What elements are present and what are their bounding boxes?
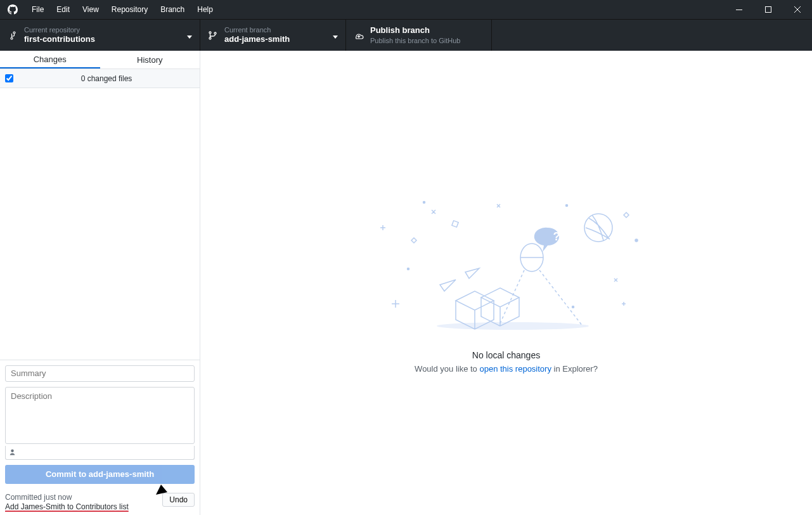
- current-repository-dropdown[interactable]: Current repository first-contributions: [0, 20, 200, 51]
- toolbar: Current repository first-contributions C…: [0, 19, 812, 51]
- minimize-button[interactable]: [725, 0, 754, 19]
- branch-icon: [208, 30, 218, 41]
- github-logo-icon: [8, 4, 18, 15]
- commit-message: Add James-Smith to Contributors list: [5, 502, 129, 512]
- tab-changes[interactable]: Changes: [0, 51, 100, 68]
- svg-rect-1: [766, 7, 771, 13]
- title-bar: File Edit View Repository Branch Help: [0, 0, 812, 19]
- last-commit-status: Committed just now Add James-Smith to Co…: [0, 489, 200, 515]
- menu-help[interactable]: Help: [191, 0, 219, 19]
- menu-edit[interactable]: Edit: [50, 0, 76, 19]
- menu-file[interactable]: File: [25, 0, 50, 19]
- commit-form: Commit to add-james-smith: [0, 360, 200, 489]
- chevron-down-icon: [187, 30, 192, 41]
- commit-summary-input[interactable]: [5, 365, 195, 382]
- svg-point-4: [437, 322, 589, 330]
- svg-text:?: ?: [553, 230, 560, 243]
- open-repository-link[interactable]: open this repository: [479, 364, 551, 374]
- current-branch-dropdown[interactable]: Current branch add-james-smith: [200, 20, 346, 51]
- svg-point-12: [572, 306, 574, 308]
- svg-point-11: [635, 239, 638, 242]
- changed-files-count: 0 changed files: [18, 74, 195, 83]
- empty-state-title: No local changes: [472, 350, 540, 360]
- publish-sub: Publish this branch to GitHub: [370, 36, 460, 45]
- svg-point-10: [565, 204, 567, 206]
- repo-value: first-contributions: [24, 34, 95, 45]
- window-controls: [725, 0, 812, 19]
- svg-point-7: [423, 201, 425, 203]
- svg-point-6: [584, 214, 612, 242]
- sidebar: Changes History 0 changed files Commit t…: [0, 51, 200, 515]
- commit-button[interactable]: Commit to add-james-smith: [5, 465, 195, 484]
- maximize-button[interactable]: [754, 0, 783, 19]
- menu-branch[interactable]: Branch: [154, 0, 191, 19]
- undo-button[interactable]: Undo: [162, 493, 195, 507]
- select-all-checkbox[interactable]: [5, 74, 13, 82]
- main-panel: ?: [200, 51, 812, 515]
- tab-history[interactable]: History: [100, 51, 200, 68]
- repo-icon: [8, 30, 18, 41]
- close-button[interactable]: [783, 0, 812, 19]
- branch-value: add-james-smith: [224, 34, 290, 45]
- commit-description-input[interactable]: [5, 387, 195, 444]
- empty-state: ?: [373, 193, 640, 374]
- svg-point-8: [407, 268, 409, 270]
- app-menu: File Edit View Repository Branch Help: [25, 0, 219, 19]
- changes-list: [0, 88, 200, 360]
- menu-view[interactable]: View: [76, 0, 105, 19]
- cloud-upload-icon: [354, 30, 364, 41]
- branch-label: Current branch: [224, 25, 290, 34]
- sidebar-tabs: Changes History: [0, 51, 200, 69]
- repo-label: Current repository: [24, 25, 95, 34]
- empty-state-subtitle: Would you like to open this repository i…: [415, 364, 598, 374]
- publish-branch-button[interactable]: Publish branch Publish this branch to Gi…: [346, 20, 492, 51]
- chevron-down-icon: [333, 30, 338, 41]
- svg-rect-9: [451, 220, 458, 226]
- commit-time: Committed just now: [5, 493, 129, 503]
- publish-label: Publish branch: [370, 25, 460, 36]
- menu-repository[interactable]: Repository: [105, 0, 154, 19]
- no-changes-illustration: ?: [373, 193, 640, 339]
- add-coauthor-button[interactable]: [5, 446, 195, 460]
- changes-header: 0 changed files: [0, 69, 200, 88]
